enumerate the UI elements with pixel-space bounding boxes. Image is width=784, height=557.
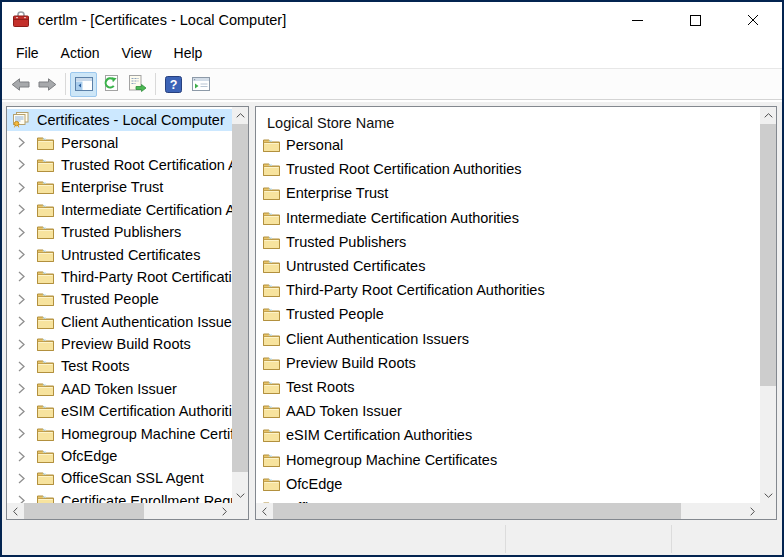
- tree-item[interactable]: Client Authentication Issuers: [7, 311, 232, 333]
- list-vscroll-thumb[interactable]: [760, 124, 776, 386]
- chevron-right-icon[interactable]: [18, 294, 30, 305]
- window-controls: [608, 2, 782, 38]
- list-item[interactable]: Untrusted Certificates: [260, 254, 760, 278]
- tree-root-certificates-local-computer[interactable]: Certificates - Local Computer: [7, 109, 232, 131]
- maximize-button[interactable]: [666, 2, 724, 38]
- list-vertical-scrollbar[interactable]: [760, 107, 776, 503]
- list-horizontal-scrollbar[interactable]: [256, 503, 760, 519]
- refresh-button[interactable]: [97, 72, 124, 97]
- tree-vertical-scrollbar[interactable]: [232, 107, 248, 503]
- window-title: certlm - [Certificates - Local Computer]: [38, 12, 286, 28]
- list-item[interactable]: OfcEdge: [260, 472, 760, 496]
- menu-file[interactable]: File: [5, 40, 50, 66]
- chevron-right-icon[interactable]: [18, 227, 30, 238]
- list-item[interactable]: Third-Party Root Certification Authoriti…: [260, 278, 760, 302]
- chevron-right-icon[interactable]: [18, 383, 30, 394]
- tree-item[interactable]: Trusted People: [7, 288, 232, 310]
- export-list-button[interactable]: [124, 72, 151, 97]
- list-item[interactable]: Trusted Root Certification Authorities: [260, 157, 760, 181]
- tree-item-label: Trusted People: [61, 291, 159, 307]
- list-hscroll-thumb[interactable]: [273, 503, 681, 519]
- menu-help[interactable]: Help: [163, 40, 214, 66]
- chevron-right-icon[interactable]: [18, 137, 30, 148]
- chevron-right-icon[interactable]: [18, 316, 30, 327]
- list-item[interactable]: Trusted People: [260, 302, 760, 326]
- tree-item[interactable]: Enterprise Trust: [7, 176, 232, 198]
- chevron-right-icon[interactable]: [18, 339, 30, 350]
- list-item[interactable]: Homegroup Machine Certificates: [260, 447, 760, 471]
- folder-icon: [263, 307, 280, 321]
- main-area: Certificates - Local Computer Personal T…: [2, 102, 782, 555]
- chevron-right-icon[interactable]: [18, 204, 30, 215]
- list-item[interactable]: eSIM Certification Authorities: [260, 423, 760, 447]
- list-item[interactable]: Client Authentication Issuers: [260, 327, 760, 351]
- maximize-icon: [690, 15, 701, 26]
- scroll-up-icon[interactable]: [760, 107, 776, 123]
- tree-vscroll-thumb[interactable]: [232, 124, 248, 472]
- chevron-right-icon[interactable]: [18, 406, 30, 417]
- chevron-right-icon[interactable]: [18, 451, 30, 462]
- tree-item-label: Client Authentication Issuers: [61, 314, 232, 330]
- folder-icon: [263, 380, 280, 394]
- tree-item[interactable]: AAD Token Issuer: [7, 378, 232, 400]
- folder-icon: [37, 359, 54, 373]
- scroll-left-icon[interactable]: [7, 503, 23, 519]
- back-button[interactable]: [7, 72, 34, 97]
- tree-hscroll-thumb[interactable]: [24, 503, 144, 519]
- list-item[interactable]: Preview Build Roots: [260, 351, 760, 375]
- folder-icon: [263, 477, 280, 491]
- tree-item[interactable]: Preview Build Roots: [7, 333, 232, 355]
- scroll-left-icon[interactable]: [256, 503, 272, 519]
- scroll-down-icon[interactable]: [760, 487, 776, 503]
- tree-item[interactable]: Trusted Publishers: [7, 221, 232, 243]
- tree-item[interactable]: Intermediate Certification Authorities: [7, 199, 232, 221]
- tree-item[interactable]: eSIM Certification Authorities: [7, 400, 232, 422]
- tree-item[interactable]: OfficeScan SSL Agent: [7, 467, 232, 489]
- list-item[interactable]: Enterprise Trust: [260, 181, 760, 205]
- tree-item[interactable]: Test Roots: [7, 355, 232, 377]
- tree-item[interactable]: Trusted Root Certification Authorities: [7, 154, 232, 176]
- list-item[interactable]: Personal: [260, 133, 760, 157]
- chevron-right-icon[interactable]: [18, 361, 30, 372]
- menu-action[interactable]: Action: [50, 40, 111, 66]
- status-bar-divider: [505, 525, 506, 553]
- tree-item[interactable]: Certificate Enrollment Requests: [7, 490, 232, 503]
- chevron-right-icon[interactable]: [18, 182, 30, 193]
- tree-item[interactable]: OfcEdge: [7, 445, 232, 467]
- scroll-right-icon[interactable]: [744, 503, 760, 519]
- scroll-right-icon[interactable]: [216, 503, 232, 519]
- svg-text:?: ?: [170, 78, 178, 92]
- list-item[interactable]: OfficeScan SSL Agent: [260, 496, 760, 503]
- column-header-logical-store-name[interactable]: Logical Store Name: [260, 113, 760, 133]
- tree-item[interactable]: Homegroup Machine Certificates: [7, 422, 232, 444]
- export-list-icon: [128, 75, 147, 93]
- chevron-right-icon[interactable]: [18, 495, 30, 503]
- folder-icon: [37, 158, 54, 172]
- folder-icon: [263, 356, 280, 370]
- show-action-pane-button[interactable]: [187, 72, 214, 97]
- tree-item[interactable]: Untrusted Certificates: [7, 243, 232, 265]
- chevron-right-icon[interactable]: [18, 249, 30, 260]
- show-console-tree-button[interactable]: [70, 72, 97, 97]
- folder-icon: [263, 453, 280, 467]
- list-item[interactable]: Intermediate Certification Authorities: [260, 206, 760, 230]
- chevron-right-icon[interactable]: [18, 271, 30, 282]
- forward-button[interactable]: [34, 72, 61, 97]
- scroll-down-icon[interactable]: [232, 487, 248, 503]
- status-bar: [2, 522, 782, 555]
- list-item-label: Trusted People: [286, 306, 384, 322]
- tree-item[interactable]: Third-Party Root Certification Authoriti…: [7, 266, 232, 288]
- tree-item[interactable]: Personal: [7, 131, 232, 153]
- close-button[interactable]: [724, 2, 782, 38]
- chevron-right-icon[interactable]: [18, 428, 30, 439]
- minimize-button[interactable]: [608, 2, 666, 38]
- menu-view[interactable]: View: [110, 40, 162, 66]
- help-button[interactable]: ?: [160, 72, 187, 97]
- chevron-right-icon[interactable]: [18, 159, 30, 170]
- list-item[interactable]: AAD Token Issuer: [260, 399, 760, 423]
- list-item[interactable]: Test Roots: [260, 375, 760, 399]
- list-item[interactable]: Trusted Publishers: [260, 230, 760, 254]
- chevron-right-icon[interactable]: [18, 473, 30, 484]
- tree-horizontal-scrollbar[interactable]: [7, 503, 232, 519]
- scroll-up-icon[interactable]: [232, 107, 248, 123]
